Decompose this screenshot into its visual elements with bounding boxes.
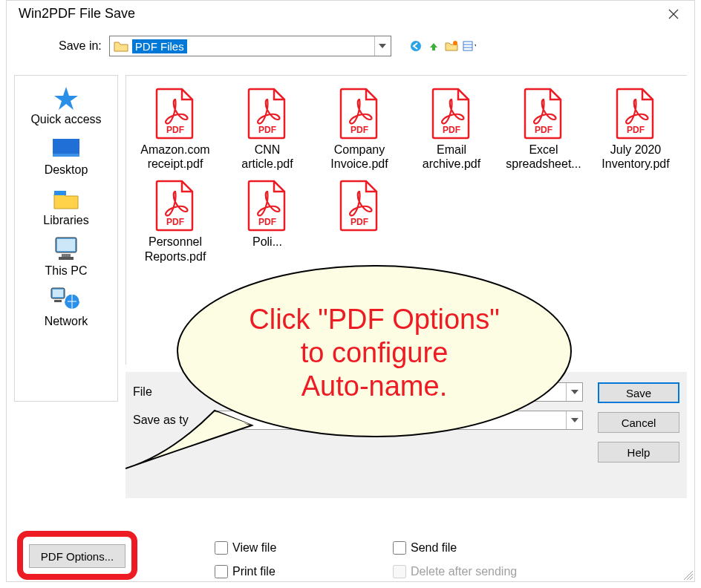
close-icon bbox=[668, 9, 679, 19]
svg-point-0 bbox=[411, 41, 421, 51]
sidebar-item-desktop[interactable]: Desktop bbox=[15, 134, 117, 177]
view-file-checkbox[interactable]: View file bbox=[215, 541, 393, 555]
file-save-dialog: Win2PDF File Save Save in: PDF Files bbox=[6, 0, 695, 582]
file-item[interactable]: PDF Amazon.com receipt.pdf bbox=[129, 83, 221, 175]
savein-dropdown[interactable] bbox=[374, 36, 391, 56]
file-label-line2: Invoice.pdf bbox=[315, 157, 404, 171]
pdf-icon: PDF bbox=[338, 88, 381, 140]
file-item[interactable]: PDF bbox=[313, 175, 405, 267]
sidebar-item-label: This PC bbox=[15, 264, 117, 278]
file-label-line1: July 2020 bbox=[591, 143, 680, 157]
file-item[interactable]: PDF Personnel Reports.pdf bbox=[129, 175, 221, 267]
filename-panel: File Save as ty Save Cancel Help bbox=[125, 372, 687, 498]
sidebar-item-libraries[interactable]: Libraries bbox=[15, 184, 117, 227]
svg-text:PDF: PDF bbox=[258, 125, 276, 135]
savetype-combo[interactable] bbox=[215, 411, 583, 430]
pdf-icon: PDF bbox=[338, 180, 381, 232]
sidebar-item-label: Desktop bbox=[15, 163, 117, 177]
print-file-checkbox[interactable]: Print file bbox=[215, 565, 393, 578]
sidebar-item-network[interactable]: Network bbox=[15, 285, 117, 328]
file-item[interactable]: PDF Company Invoice.pdf bbox=[313, 83, 405, 175]
network-icon bbox=[15, 285, 117, 315]
places-sidebar: Quick access Desktop Libraries This PC bbox=[14, 75, 118, 402]
options-area: PDF Options... View file Send file Print… bbox=[14, 503, 687, 574]
svg-text:PDF: PDF bbox=[258, 217, 276, 227]
file-label-line1: Amazon.com bbox=[131, 143, 220, 157]
resize-grip[interactable] bbox=[681, 568, 693, 580]
sidebar-item-quick-access[interactable]: Quick access bbox=[15, 83, 117, 126]
checkbox-label: Delete after sending bbox=[411, 565, 517, 578]
action-buttons: Save Cancel Help bbox=[598, 382, 679, 463]
svg-text:PDF: PDF bbox=[627, 125, 645, 135]
file-item[interactable]: PDF CNN article.pdf bbox=[221, 83, 313, 175]
sidebar-item-label: Network bbox=[15, 315, 117, 328]
pdf-icon: PDF bbox=[614, 88, 657, 140]
svg-line-28 bbox=[687, 574, 693, 580]
file-label-line2: receipt.pdf bbox=[131, 157, 220, 171]
svg-line-29 bbox=[690, 577, 693, 580]
checkbox-label: View file bbox=[232, 541, 276, 555]
svg-rect-12 bbox=[59, 257, 74, 260]
svg-rect-8 bbox=[54, 191, 66, 195]
file-label-line1: Personnel bbox=[131, 235, 220, 249]
sidebar-item-label: Quick access bbox=[15, 113, 117, 126]
savein-combo[interactable]: PDF Files bbox=[109, 36, 391, 56]
up-icon[interactable] bbox=[427, 39, 440, 53]
svg-text:PDF: PDF bbox=[166, 125, 184, 135]
main-area: Quick access Desktop Libraries This PC bbox=[14, 75, 687, 574]
file-label-line2: archive.pdf bbox=[407, 157, 496, 171]
file-item[interactable]: PDF Email archive.pdf bbox=[405, 83, 498, 175]
svg-rect-3 bbox=[463, 42, 472, 50]
file-label-line1: Poli... bbox=[223, 235, 312, 249]
sidebar-item-this-pc[interactable]: This PC bbox=[15, 235, 117, 278]
file-item[interactable]: PDF Excel spreadsheet... bbox=[498, 83, 590, 175]
window-title: Win2PDF File Save bbox=[19, 6, 660, 22]
libraries-icon bbox=[15, 184, 117, 214]
new-folder-icon[interactable] bbox=[445, 39, 458, 53]
svg-rect-1 bbox=[432, 47, 435, 50]
chevron-down-icon[interactable] bbox=[566, 411, 582, 429]
file-grid: PDF Amazon.com receipt.pdf PDF CNN artic… bbox=[126, 83, 687, 268]
send-file-checkbox[interactable]: Send file bbox=[393, 541, 571, 555]
view-menu-icon[interactable] bbox=[463, 39, 476, 53]
options-checkboxes: View file Send file Print file Delete af… bbox=[215, 541, 571, 578]
file-label-line1: Company bbox=[315, 143, 404, 157]
pdf-icon: PDF bbox=[154, 88, 197, 140]
delete-after-checkbox: Delete after sending bbox=[393, 565, 571, 578]
folder-icon bbox=[113, 39, 129, 53]
svg-text:PDF: PDF bbox=[443, 125, 460, 135]
pdf-icon: PDF bbox=[522, 88, 565, 140]
savein-label: Save in: bbox=[59, 39, 102, 53]
file-label-line2: Reports.pdf bbox=[131, 249, 220, 264]
svg-rect-11 bbox=[62, 254, 71, 257]
pdf-icon: PDF bbox=[246, 180, 289, 232]
file-label-line1: Email bbox=[407, 143, 496, 157]
filename-combo[interactable] bbox=[215, 382, 583, 402]
close-button[interactable] bbox=[660, 4, 687, 24]
title-bar: Win2PDF File Save bbox=[7, 1, 694, 27]
file-label-line1: CNN bbox=[223, 143, 312, 157]
toolbar-icons bbox=[409, 39, 476, 53]
filename-label: File bbox=[133, 385, 215, 399]
back-icon[interactable] bbox=[409, 39, 423, 53]
this-pc-icon bbox=[15, 235, 117, 264]
savein-toolbar: Save in: PDF Files bbox=[7, 27, 694, 65]
svg-rect-10 bbox=[57, 239, 75, 251]
svg-text:PDF: PDF bbox=[166, 217, 184, 227]
svg-text:PDF: PDF bbox=[535, 125, 552, 135]
pdf-options-button[interactable]: PDF Options... bbox=[29, 544, 125, 568]
savetype-label: Save as ty bbox=[133, 414, 215, 427]
file-label-line2: article.pdf bbox=[223, 157, 312, 171]
file-list-pane[interactable]: PDF Amazon.com receipt.pdf PDF CNN artic… bbox=[125, 75, 687, 365]
pdf-icon: PDF bbox=[430, 88, 473, 140]
savein-value: PDF Files bbox=[132, 39, 187, 53]
save-button[interactable]: Save bbox=[598, 382, 679, 403]
chevron-down-icon[interactable] bbox=[566, 383, 582, 401]
file-item[interactable]: PDF Poli... bbox=[221, 175, 313, 267]
file-label-line2: Inventory.pdf bbox=[591, 157, 680, 171]
file-item[interactable]: PDF July 2020 Inventory.pdf bbox=[590, 83, 682, 175]
help-button[interactable]: Help bbox=[598, 442, 679, 463]
file-label-line2: spreadsheet... bbox=[499, 157, 588, 171]
cancel-button[interactable]: Cancel bbox=[598, 412, 679, 433]
svg-rect-16 bbox=[54, 300, 62, 302]
